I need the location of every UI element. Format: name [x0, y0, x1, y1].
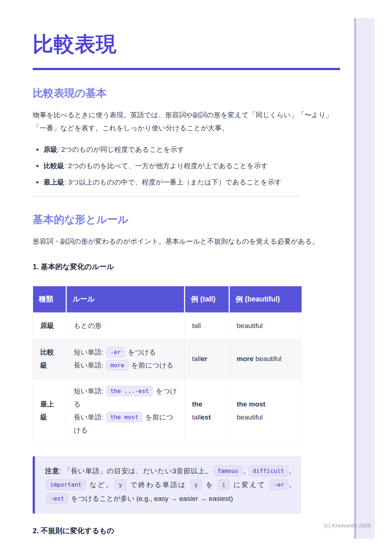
section-divider: [33, 196, 301, 197]
subsection-heading-irregular: 2. 不規則に変化するもの: [33, 526, 341, 536]
page-title: 比較表現: [33, 31, 341, 58]
table-header-example-tall: 例 (tall): [185, 286, 229, 312]
example-tall-cell: taller: [185, 339, 229, 378]
bullet-list: 原級: 2つのものが同じ程度であることを示す 比較級: 2つのものを比べて、一方…: [33, 145, 341, 187]
rule-cell: もとの形: [66, 312, 185, 339]
code-chip: more: [106, 360, 128, 370]
code-chip: difficult: [249, 466, 288, 476]
example-beautiful-cell: more beautiful: [229, 339, 302, 378]
table-row-comparative: 比較級 短い単語: -er をつける長い単語: more を前につける tall…: [33, 339, 302, 378]
bullet-term: 最上級: [44, 178, 64, 186]
scrollbar-track[interactable]: [354, 18, 375, 539]
code-chip: important: [46, 479, 86, 490]
section-heading-basics: 比較表現の基本: [33, 86, 341, 101]
code-chip: -er: [270, 479, 288, 490]
table-row-positive: 原級 もとの形 tall beautiful: [33, 312, 302, 339]
code-chip: y: [115, 479, 126, 490]
note-box: 注意: 「長い単語」の目安は、だいたい3音節以上。famous, difficu…: [33, 456, 301, 514]
example-tall-cell: tall: [185, 312, 229, 339]
kind-cell: 比較級: [33, 339, 66, 378]
example-tall-cell: thetallest: [185, 378, 229, 443]
code-chip: the most: [106, 412, 142, 422]
code-chip: -est: [46, 493, 68, 504]
section-heading-rules: 基本的な形とルール: [33, 212, 341, 227]
note-text: 注意: 「長い単語」の目安は、だいたい3音節以上。famous, difficu…: [45, 464, 291, 506]
bullet-desc: : 2つのものを比べて、一方が他方より程度が上であることを示す: [64, 162, 268, 170]
bullet-desc: : 3つ以上のものの中で、程度が一番上（または下）であることを示す: [64, 178, 282, 186]
basics-paragraph: 物事を比べるときに使う表現。英語では、形容詞や副詞の形を変えて「同じくらい」「〜…: [33, 109, 341, 135]
comparison-table: 種類 ルール 例 (tall) 例 (beautiful) 原級 もとの形 ta…: [33, 286, 302, 443]
title-underline: [33, 68, 340, 70]
bullet-item-comparative: 比較級: 2つのものを比べて、一方が他方より程度が上であることを示す: [33, 161, 341, 171]
code-chip: famous: [213, 466, 242, 476]
kind-cell: 原級: [33, 312, 66, 339]
example-beautiful-cell: the mostbeautiful: [229, 378, 302, 443]
table-header-row: 種類 ルール 例 (tall) 例 (beautiful): [33, 286, 302, 312]
example-beautiful-cell: beautiful: [229, 312, 302, 339]
table-header-kind: 種類: [33, 286, 66, 312]
code-chip: y: [190, 479, 202, 490]
page-content: 比較表現 比較表現の基本 物事を比べるときに使う表現。英語では、形容詞や副詞の形…: [33, 0, 341, 536]
bullet-term: 比較級: [44, 162, 64, 170]
kind-cell: 最上級: [33, 378, 66, 443]
subsection-heading-basic-rules: 1. 基本的な変化のルール: [33, 262, 341, 272]
rule-cell: 短い単語: the ...-est をつける長い単語: the most を前に…: [66, 378, 185, 443]
code-chip: -er: [106, 347, 125, 357]
table-row-superlative: 最上級 短い単語: the ...-est をつける長い単語: the most…: [33, 378, 302, 443]
rules-paragraph: 形容詞・副詞の形が変わるのがポイント。基本ルールと不規則なものを覚える必要がある…: [33, 235, 341, 248]
rule-cell: 短い単語: -er をつける長い単語: more を前につける: [66, 339, 185, 378]
copyright-text: (c) Knowunity 2025: [324, 522, 371, 528]
bullet-term: 原級: [44, 146, 57, 153]
bullet-desc: : 2つのものが同じ程度であることを示す: [57, 146, 184, 153]
code-chip: i: [218, 479, 229, 490]
code-chip: the ...-est: [106, 386, 153, 396]
table-header-rule: ルール: [66, 286, 185, 312]
bullet-item-superlative: 最上級: 3つ以上のものの中で、程度が一番上（または下）であることを示す: [33, 178, 341, 187]
bullet-item-positive: 原級: 2つのものが同じ程度であることを示す: [33, 145, 341, 154]
table-header-example-beautiful: 例 (beautiful): [229, 286, 302, 312]
document-page: 比較表現 比較表現の基本 物事を比べるときに使う表現。英語では、形容詞や副詞の形…: [0, 0, 392, 555]
